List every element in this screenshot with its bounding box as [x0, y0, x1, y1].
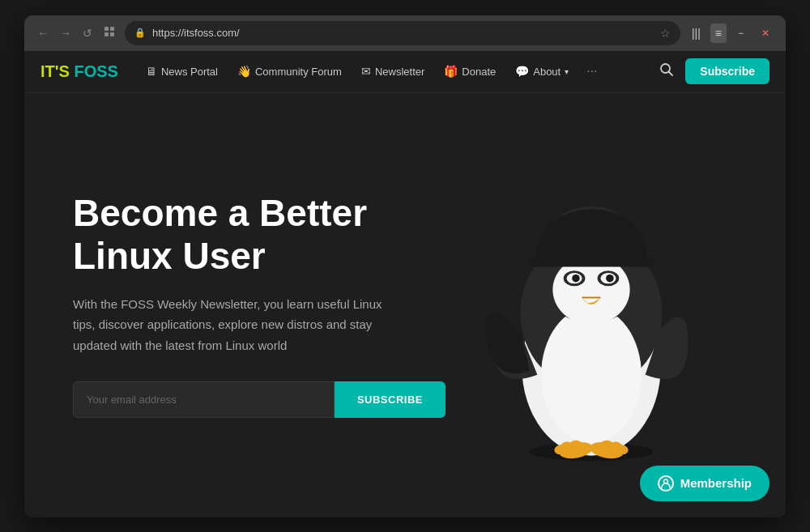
address-bar[interactable]: 🔒 https://itsfoss.com/ ☆	[125, 21, 680, 45]
hero-title: Become a Better Linux User	[73, 192, 446, 278]
browser-window: ← → ↺ 🔒 https://itsfoss.com/ ☆ ||| ≡ − ✕	[24, 15, 786, 517]
title-bar: ← → ↺ 🔒 https://itsfoss.com/ ☆ ||| ≡ − ✕	[24, 15, 786, 51]
about-label: About	[533, 66, 561, 78]
logo-its: IT'S	[40, 62, 70, 80]
membership-label: Membership	[680, 476, 752, 490]
minimize-button[interactable]: −	[731, 24, 750, 42]
email-input[interactable]	[73, 381, 335, 418]
hero-description: With the FOSS Weekly Newsletter, you lea…	[73, 294, 397, 356]
nav-item-news-portal[interactable]: 🖥 News Portal	[138, 60, 226, 83]
reading-mode-button[interactable]: |||	[687, 23, 706, 43]
svg-point-15	[572, 274, 580, 282]
back-button[interactable]: ←	[34, 23, 52, 43]
svg-rect-1	[110, 27, 114, 31]
svg-rect-30	[528, 257, 654, 266]
svg-rect-2	[104, 32, 109, 36]
nav-item-newsletter[interactable]: ✉ Newsletter	[353, 60, 433, 83]
forward-button[interactable]: →	[57, 23, 75, 43]
logo-foss: FOSS	[74, 62, 117, 80]
logo[interactable]: IT'S FOSS	[40, 62, 118, 81]
news-portal-icon: 🖥	[146, 65, 157, 78]
svg-point-9	[541, 306, 642, 442]
subscribe-nav-button[interactable]: Subscribe	[685, 58, 770, 84]
form-subscribe-button[interactable]: SUBSCRIBE	[335, 381, 446, 418]
svg-rect-0	[104, 27, 109, 31]
donate-label: Donate	[462, 66, 496, 78]
star-icon: ☆	[660, 27, 671, 40]
community-forum-label: Community Forum	[255, 66, 342, 78]
newsletter-label: Newsletter	[375, 66, 424, 78]
reload-button[interactable]: ↺	[79, 23, 96, 43]
nav-right: Subscribe	[654, 57, 770, 85]
membership-user-icon	[658, 475, 674, 492]
community-forum-icon: 👋	[237, 65, 251, 78]
donate-icon: 🎁	[444, 65, 458, 78]
browser-actions: ||| ≡ − ✕	[687, 23, 776, 43]
penguin-illustration	[446, 101, 737, 509]
hero-section: Become a Better Linux User With the FOSS…	[24, 93, 786, 517]
search-button[interactable]	[654, 57, 679, 85]
hero-content: Become a Better Linux User With the FOSS…	[73, 192, 446, 418]
subscribe-form: SUBSCRIBE	[73, 381, 446, 418]
close-button[interactable]: ✕	[755, 24, 776, 42]
nav-more-button[interactable]: ···	[580, 59, 603, 83]
newsletter-icon: ✉	[361, 65, 371, 78]
svg-rect-3	[110, 32, 114, 36]
membership-button[interactable]: Membership	[640, 466, 770, 501]
svg-point-24	[569, 440, 582, 449]
navigation: IT'S FOSS 🖥 News Portal 👋 Community Foru…	[24, 51, 786, 93]
url-text: https://itsfoss.com/	[152, 27, 240, 39]
about-icon: 💬	[515, 65, 529, 78]
nav-links: 🖥 News Portal 👋 Community Forum ✉ Newsle…	[138, 59, 654, 83]
nav-item-community-forum[interactable]: 👋 Community Forum	[229, 60, 350, 83]
news-portal-label: News Portal	[161, 66, 218, 78]
svg-point-27	[600, 440, 612, 449]
menu-button[interactable]: ≡	[710, 23, 727, 43]
nav-item-about[interactable]: 💬 About ▾	[507, 60, 577, 83]
security-icon: 🔒	[134, 28, 146, 38]
website-content: IT'S FOSS 🖥 News Portal 👋 Community Foru…	[24, 51, 786, 517]
window-controls: ← → ↺	[34, 23, 118, 43]
svg-line-5	[669, 72, 673, 76]
nav-item-donate[interactable]: 🎁 Donate	[436, 60, 504, 83]
penguin-svg	[462, 143, 721, 467]
about-chevron-icon: ▾	[565, 67, 569, 76]
bookmark-bar-button[interactable]	[100, 23, 118, 43]
svg-point-18	[606, 274, 614, 282]
